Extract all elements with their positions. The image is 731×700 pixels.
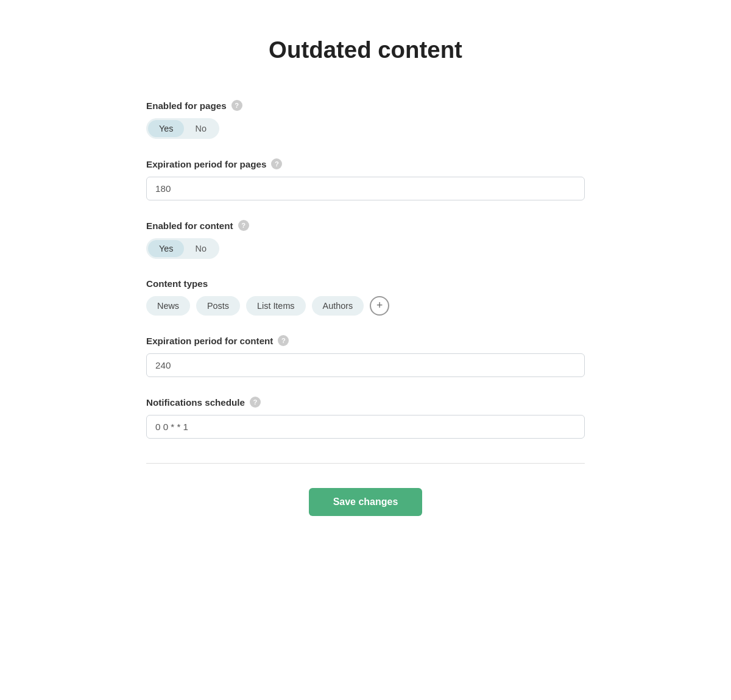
enabled-for-content-no-btn[interactable]: No <box>184 240 217 257</box>
expiration-content-help-icon[interactable]: ? <box>278 335 289 346</box>
enabled-for-content-yes-btn[interactable]: Yes <box>148 240 184 257</box>
notifications-schedule-section: Notifications schedule ? <box>146 397 585 439</box>
notifications-schedule-help-icon[interactable]: ? <box>250 397 261 408</box>
enabled-for-pages-help-icon[interactable]: ? <box>231 100 242 111</box>
expiration-pages-input[interactable] <box>146 177 585 200</box>
expiration-pages-help-icon[interactable]: ? <box>271 158 282 169</box>
save-changes-button[interactable]: Save changes <box>309 488 423 516</box>
expiration-pages-label: Expiration period for pages ? <box>146 158 585 169</box>
content-type-posts[interactable]: Posts <box>196 296 240 316</box>
expiration-content-input[interactable] <box>146 353 585 377</box>
save-btn-container: Save changes <box>146 488 585 516</box>
enabled-for-pages-no-btn[interactable]: No <box>184 120 217 137</box>
content-type-authors[interactable]: Authors <box>312 296 364 316</box>
content-types-section: Content types News Posts List Items Auth… <box>146 278 585 316</box>
page-container: Outdated content Enabled for pages ? Yes… <box>122 0 609 553</box>
notifications-schedule-input[interactable] <box>146 415 585 439</box>
section-divider <box>146 463 585 464</box>
expiration-content-section: Expiration period for content ? <box>146 335 585 377</box>
content-types-group: News Posts List Items Authors + <box>146 296 585 316</box>
page-title: Outdated content <box>146 37 585 63</box>
enabled-for-pages-yes-btn[interactable]: Yes <box>148 120 184 137</box>
content-type-news[interactable]: News <box>146 296 190 316</box>
enabled-for-content-label: Enabled for content ? <box>146 220 585 231</box>
notifications-schedule-label: Notifications schedule ? <box>146 397 585 408</box>
content-types-label: Content types <box>146 278 585 289</box>
enabled-for-content-toggle: Yes No <box>146 238 219 259</box>
enabled-for-pages-toggle: Yes No <box>146 118 219 139</box>
enabled-for-content-section: Enabled for content ? Yes No <box>146 220 585 259</box>
enabled-for-pages-section: Enabled for pages ? Yes No <box>146 100 585 139</box>
add-content-type-button[interactable]: + <box>370 296 389 316</box>
expiration-pages-section: Expiration period for pages ? <box>146 158 585 200</box>
content-type-list-items[interactable]: List Items <box>246 296 306 316</box>
expiration-content-label: Expiration period for content ? <box>146 335 585 346</box>
enabled-for-pages-label: Enabled for pages ? <box>146 100 585 111</box>
enabled-for-content-help-icon[interactable]: ? <box>238 220 249 231</box>
